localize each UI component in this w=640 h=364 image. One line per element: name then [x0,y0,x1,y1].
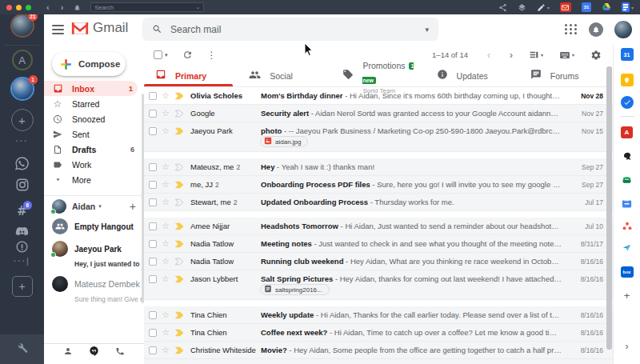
star-icon[interactable]: ☆ [162,180,170,189]
importance-marker-icon[interactable] [174,258,185,266]
add-app-button[interactable]: + [12,276,33,297]
star-icon[interactable]: ☆ [162,346,170,354]
tab-updates[interactable]: Updates [426,66,519,86]
email-row[interactable]: ☆ Christine Whiteside Movie? - Hey Aidan… [144,342,613,359]
main-menu-button[interactable] [52,25,64,37]
user-avatar[interactable] [614,21,632,38]
star-icon[interactable]: ☆ [162,222,170,230]
addon-red-a-icon[interactable]: A [614,126,640,138]
contacts-person-icon[interactable] [63,345,73,359]
importance-marker-icon[interactable] [174,127,185,135]
account-avatar-primary[interactable]: 21 [10,14,34,38]
add-account-button[interactable]: + [11,109,34,131]
compose-button[interactable]: Compose [52,52,126,76]
mail-search-input[interactable]: Search mail ▾ [142,18,438,41]
calendar-icon[interactable]: 31 [614,48,640,61]
calendar-app-icon[interactable]: 31 [582,2,591,12]
star-icon[interactable]: ☆ [162,109,170,118]
account-avatar-a[interactable]: A [12,50,33,70]
tab-promotions[interactable]: Promotions1 newSortd Team [331,66,425,86]
google-notifications-icon[interactable] [589,22,603,37]
star-icon[interactable]: ☆ [162,310,170,319]
star-icon[interactable]: ☆ [162,198,170,206]
nav-item-starred[interactable]: ☆ Starred [44,96,144,111]
nav-item-snoozed[interactable]: Snoozed [44,111,144,126]
window-controls[interactable] [6,5,35,10]
importance-marker-icon[interactable] [174,329,185,337]
refresh-button[interactable] [182,50,193,60]
gmail-app-icon[interactable] [560,2,571,12]
docs-app-icon[interactable]: ▾ [622,2,634,12]
email-row[interactable]: ☆ Nadia Tatlow New Project - Hi Aidan, A… [144,359,613,364]
hangouts-icon[interactable] [89,345,99,359]
importance-marker-icon[interactable] [174,92,185,100]
row-checkbox[interactable] [149,181,157,189]
tab-primary[interactable]: Primary [144,66,238,86]
attachment-chip[interactable]: saltspring2016... [260,284,330,295]
older-page-chevron[interactable]: › [510,50,513,61]
close-window-button[interactable] [6,5,12,10]
circled-app-icon[interactable] [15,240,29,254]
importance-marker-icon[interactable] [174,346,185,354]
email-row[interactable]: ☆ me, JJ2 Onboarding Process PDF files -… [144,176,613,194]
email-row[interactable]: ☆ Nadia Tatlow Running club weekend - He… [144,253,613,270]
row-checkbox[interactable] [149,346,157,354]
input-tools-keyboard-button[interactable]: ▾ [559,50,574,61]
hangouts-account-row[interactable]: Aidan ▾ + [44,198,144,215]
email-row[interactable]: ☆ Jason Lybbert Salt Spring Pictures - H… [144,270,613,300]
star-icon[interactable]: ☆ [162,126,170,135]
layers-icon[interactable] [518,3,526,12]
forward-button[interactable]: › [61,0,64,14]
importance-marker-icon[interactable] [174,240,185,248]
split-view-button[interactable]: ▾ [529,50,543,60]
email-row[interactable]: ☆ Stewart, me2 Updated Onboarding Proces… [144,194,613,211]
select-dropdown-chevron-icon[interactable]: ▾ [165,52,168,58]
compose-pencil-icon[interactable]: ▾ [537,3,550,12]
star-icon[interactable]: ☆ [162,257,170,266]
importance-marker-icon[interactable] [174,163,185,171]
account-avatar-gmail[interactable]: 1 [10,77,34,101]
importance-marker-icon[interactable] [174,181,185,189]
star-icon[interactable]: ☆ [162,274,170,283]
overflow-dots[interactable]: ··· [16,137,29,146]
get-addons-plus-button[interactable]: + [614,290,640,302]
star-icon[interactable]: ☆ [162,239,170,248]
keep-icon[interactable] [614,74,640,86]
nav-item-work[interactable]: Work [44,157,144,172]
instagram-icon[interactable] [15,178,30,192]
tab-social[interactable]: Social [238,66,331,86]
row-checkbox[interactable] [149,240,157,248]
newer-page-chevron[interactable]: ‹ [487,50,490,61]
star-icon[interactable]: ☆ [162,328,170,337]
zoom-window-button[interactable] [26,5,31,10]
settings-gear-icon[interactable] [590,50,602,61]
email-row[interactable]: ☆ Nadia Tatlow Meeting notes - Just want… [144,235,613,253]
settings-wrench-icon[interactable] [17,342,28,357]
nav-item-inbox[interactable]: Inbox1 [44,81,138,96]
email-row[interactable]: ☆ Tina Chien Coffee next week? - Hi Aida… [144,324,613,342]
nav-item-sent[interactable]: Sent [44,126,144,142]
row-checkbox[interactable] [149,110,157,118]
row-checkbox[interactable] [149,163,157,171]
hangout-contact[interactable]: Jaeyou Park Hey, I just wanted to clarif… [44,238,144,273]
importance-marker-icon[interactable] [174,110,185,118]
tab-forums[interactable]: Forums [519,66,613,86]
more-options-kebab-icon[interactable]: ⋮ [207,50,217,61]
row-checkbox[interactable] [149,198,157,206]
row-checkbox[interactable] [149,329,157,337]
addon-box-icon[interactable]: box [614,266,640,278]
select-all-checkbox[interactable] [154,50,162,59]
share-icon[interactable] [498,3,507,12]
back-button[interactable]: ‹ [46,0,50,14]
importance-marker-icon[interactable] [174,198,185,206]
importance-marker-icon[interactable] [174,275,185,283]
row-checkbox[interactable] [149,222,157,230]
email-row[interactable]: ☆ Google Security alert - Aidan Nerol So… [144,105,613,122]
row-checkbox[interactable] [149,92,157,100]
app-search-input[interactable]: Search ⌄ [90,2,204,12]
addon-blue-bird-icon[interactable] [614,243,640,252]
discord-icon[interactable] [14,224,30,239]
row-checkbox[interactable] [149,311,157,319]
hangout-contact[interactable]: Empty Hangout [44,215,144,238]
addon-blue-tray-icon[interactable] [614,198,640,210]
